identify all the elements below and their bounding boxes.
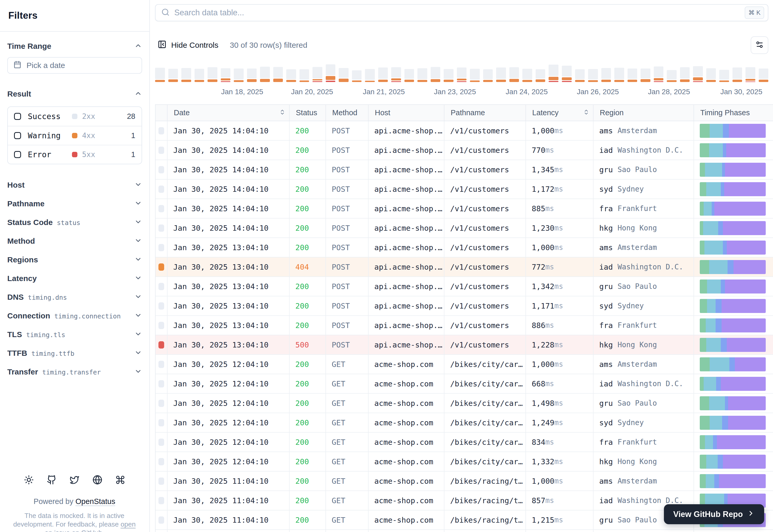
time-range-accordion[interactable]: Time Range <box>7 40 142 52</box>
hide-controls-button[interactable]: Hide Controls <box>155 40 221 51</box>
table-row[interactable]: Jan 30, 2025 14:04:10200POSTapi.acme-sho… <box>155 199 773 219</box>
header-date[interactable]: Date <box>167 105 290 121</box>
chart-bar[interactable] <box>745 67 755 82</box>
chart-bar[interactable] <box>522 69 532 82</box>
result-option-error[interactable]: Error5xx1 <box>8 145 141 164</box>
checkbox[interactable] <box>14 132 21 139</box>
chart-bar[interactable] <box>313 67 322 82</box>
chart-bar[interactable] <box>391 67 401 82</box>
header-status[interactable]: Status <box>290 105 326 121</box>
chart-bar[interactable] <box>181 68 191 82</box>
table-row[interactable]: Jan 30, 2025 11:04:10200GETacme-shop.com… <box>155 530 773 532</box>
table-row[interactable]: Jan 30, 2025 12:04:10200GETacme-shop.com… <box>155 355 773 374</box>
chart-bar[interactable] <box>365 69 375 82</box>
table-row[interactable]: Jan 30, 2025 11:04:10200GETacme-shop.com… <box>155 472 773 491</box>
table-row[interactable]: Jan 30, 2025 14:04:10200POSTapi.acme-sho… <box>155 141 773 160</box>
table-row[interactable]: Jan 30, 2025 13:04:10200POSTapi.acme-sho… <box>155 316 773 335</box>
chart-bar[interactable] <box>431 67 440 82</box>
chart-bar[interactable] <box>628 69 638 82</box>
sidebar-section-transfer[interactable]: Transfertiming.transfer <box>7 363 142 381</box>
chart-bar[interactable] <box>535 69 545 82</box>
chart-bar[interactable] <box>654 66 664 82</box>
table-row[interactable]: Jan 30, 2025 14:04:10200POSTapi.acme-sho… <box>155 219 773 238</box>
table-row[interactable]: Jan 30, 2025 13:04:10200POSTapi.acme-sho… <box>155 238 773 257</box>
chart-bar[interactable] <box>588 69 598 82</box>
chart-bar[interactable] <box>483 69 493 82</box>
chart-bar[interactable] <box>273 67 283 82</box>
table-row[interactable]: Jan 30, 2025 14:04:10200POSTapi.acme-sho… <box>155 121 773 141</box>
result-accordion[interactable]: Result <box>7 88 142 100</box>
chart-bar[interactable] <box>352 70 362 82</box>
sidebar-section-tls[interactable]: TLStiming.tls <box>7 325 142 344</box>
sidebar-section-host[interactable]: Host <box>7 176 142 194</box>
chart-bar[interactable] <box>221 68 231 82</box>
openstatus-link[interactable]: OpenStatus <box>76 497 115 506</box>
chart-bar[interactable] <box>470 69 480 82</box>
theme-sun-icon[interactable] <box>24 475 34 485</box>
table-row[interactable]: Jan 30, 2025 13:04:10200POSTapi.acme-sho… <box>155 277 773 296</box>
chart-bar[interactable] <box>300 69 309 82</box>
globe-icon[interactable] <box>92 475 102 485</box>
header-host[interactable]: Host <box>369 105 444 121</box>
chart-bar[interactable] <box>378 67 388 82</box>
sidebar-section-latency[interactable]: Latency <box>7 269 142 288</box>
view-settings-button[interactable] <box>751 36 768 54</box>
header-region[interactable]: Region <box>594 105 694 121</box>
header-latency[interactable]: Latency <box>526 105 594 121</box>
sidebar-section-dns[interactable]: DNStiming.dns <box>7 288 142 306</box>
table-row[interactable]: Jan 30, 2025 14:04:10200POSTapi.acme-sho… <box>155 160 773 180</box>
chart-bar[interactable] <box>195 69 205 82</box>
header-timing-phases[interactable]: Timing Phases <box>694 105 773 121</box>
chart-bar[interactable] <box>759 69 769 82</box>
chart-bar[interactable] <box>667 70 677 82</box>
sidebar-section-ttfb[interactable]: TTFBtiming.ttfb <box>7 344 142 363</box>
chart-bar[interactable] <box>155 68 165 82</box>
table-row[interactable]: Jan 30, 2025 13:04:10404POSTapi.acme-sho… <box>155 257 773 277</box>
table-row[interactable]: Jan 30, 2025 12:04:10200GETacme-shop.com… <box>155 374 773 394</box>
chart-bar[interactable] <box>208 67 218 82</box>
table-row[interactable]: Jan 30, 2025 12:04:10200GETacme-shop.com… <box>155 413 773 433</box>
chart-bar[interactable] <box>614 68 624 82</box>
result-option-warning[interactable]: Warning4xx1 <box>8 126 141 145</box>
chart-bar[interactable] <box>719 70 729 82</box>
chart-bar[interactable] <box>404 69 414 82</box>
checkbox[interactable] <box>14 151 21 158</box>
chart-bar[interactable] <box>680 67 690 82</box>
table-row[interactable]: Jan 30, 2025 13:04:10500POSTapi.acme-sho… <box>155 335 773 355</box>
chart-bar[interactable] <box>509 67 519 82</box>
result-option-success[interactable]: Success2xx28 <box>8 107 141 126</box>
sidebar-section-regions[interactable]: Regions <box>7 250 142 269</box>
chart-bar[interactable] <box>457 67 467 82</box>
chart-bar[interactable] <box>260 67 270 82</box>
table-row[interactable]: Jan 30, 2025 12:04:10200GETacme-shop.com… <box>155 452 773 472</box>
sidebar-section-connection[interactable]: Connectiontiming.connection <box>7 306 142 325</box>
chart-bar[interactable] <box>417 68 427 82</box>
table-row[interactable]: Jan 30, 2025 12:04:10200GETacme-shop.com… <box>155 433 773 452</box>
command-icon[interactable] <box>115 475 125 485</box>
chart-bar[interactable] <box>444 69 453 82</box>
checkbox[interactable] <box>14 113 21 120</box>
chart-bar[interactable] <box>326 64 336 82</box>
table-row[interactable]: Jan 30, 2025 12:04:10200GETacme-shop.com… <box>155 394 773 413</box>
chart-bar[interactable] <box>548 65 558 82</box>
search-input[interactable]: Search data table... ⌘ K <box>155 4 768 21</box>
chart-bar[interactable] <box>562 66 572 82</box>
header-pathname[interactable]: Pathname <box>444 105 526 121</box>
table-row[interactable]: Jan 30, 2025 13:04:10200POSTapi.acme-sho… <box>155 296 773 316</box>
github-icon[interactable] <box>47 475 57 485</box>
chart-bar[interactable] <box>733 67 742 82</box>
chart-bar[interactable] <box>168 69 178 82</box>
chart-bar[interactable] <box>575 69 585 82</box>
sidebar-section-status-code[interactable]: Status Codestatus <box>7 213 142 232</box>
sidebar-section-method[interactable]: Method <box>7 232 142 250</box>
date-picker-button[interactable]: Pick a date <box>7 57 142 74</box>
twitter-icon[interactable] <box>70 475 79 485</box>
chart-bar[interactable] <box>247 69 257 82</box>
chart-bar[interactable] <box>286 69 296 82</box>
sidebar-section-pathname[interactable]: Pathname <box>7 194 142 213</box>
chart-bar[interactable] <box>693 66 703 82</box>
table-row[interactable]: Jan 30, 2025 14:04:10200POSTapi.acme-sho… <box>155 180 773 199</box>
chart-bar[interactable] <box>641 69 651 82</box>
view-github-repo-button[interactable]: View GitHub Repo <box>664 504 764 524</box>
chart-bar[interactable] <box>339 68 349 82</box>
